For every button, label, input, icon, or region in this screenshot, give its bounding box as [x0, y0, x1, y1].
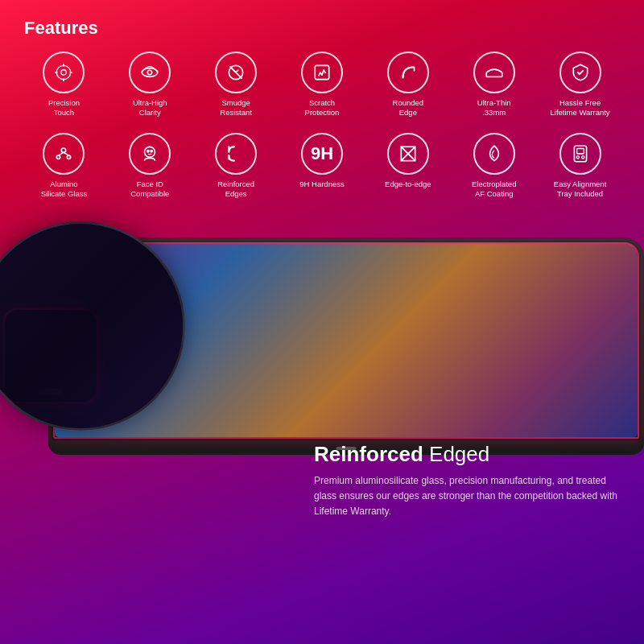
svg-point-9	[57, 155, 60, 159]
reinforced-edges-label: ReinforcedEdges	[217, 180, 254, 200]
svg-rect-4	[315, 65, 328, 79]
svg-line-3	[230, 66, 242, 78]
reinforced-text-section: Reinforced Edged Premium aluminosilicate…	[314, 442, 620, 520]
rounded-edge-icon	[387, 52, 429, 93]
ultra-high-clarity-icon	[129, 52, 171, 93]
precision-touch-icon	[43, 52, 85, 93]
feature-lifetime-warranty: Hassle FreeLifetime Warranty	[540, 52, 620, 118]
svg-point-14	[147, 150, 149, 151]
lifetime-warranty-label: Hassle FreeLifetime Warranty	[551, 98, 610, 118]
reinforced-desc: Premium aluminosilicate glass, precision…	[314, 473, 620, 520]
feature-9h-hardness: 9H 9H Hardness	[283, 133, 362, 200]
edge-to-edge-icon	[387, 133, 429, 175]
feature-smudge-resistant: SmudgeResistant	[196, 52, 276, 118]
precision-touch-label: PrecisionTouch	[48, 98, 80, 118]
svg-point-22	[581, 155, 584, 158]
smudge-resistant-label: SmudgeResistant	[220, 98, 252, 118]
alumino-silicate-label: AluminoSilicate Glass	[41, 180, 88, 200]
ultra-thin-label: Ultra-Thin.33mm	[477, 98, 511, 118]
svg-point-13	[145, 147, 155, 157]
circle-closeup-inner	[0, 224, 183, 428]
9h-hardness-icon: 9H	[301, 133, 343, 175]
electroplated-icon	[473, 133, 515, 175]
feature-electroplated: ElectroplatedAF Coating	[454, 133, 534, 200]
svg-line-12	[64, 152, 69, 155]
feature-rounded-edge: RoundedEdge	[368, 52, 448, 118]
scratch-protection-label: ScratchProtection	[305, 98, 340, 118]
circle-closeup	[0, 221, 185, 431]
svg-point-21	[576, 155, 579, 158]
9h-hardness-label: 9H Hardness	[299, 180, 344, 189]
face-id-label: Face IDCompatible	[130, 180, 169, 200]
feature-reinforced-edges: ReinforcedEdges	[196, 133, 276, 200]
features-title: Features	[24, 18, 620, 39]
svg-point-1	[148, 70, 152, 74]
svg-point-8	[62, 148, 66, 152]
feature-ultra-high-clarity: Ultra-HighClarity	[110, 52, 190, 118]
svg-point-15	[151, 150, 152, 151]
scratch-protection-icon	[301, 52, 343, 93]
reinforced-edges-icon	[215, 133, 257, 175]
features-grid-row1: PrecisionTouch Ultra-HighClarity SmudgeR…	[24, 52, 620, 118]
face-id-icon	[129, 133, 171, 175]
reinforced-title-normal: Edged	[423, 442, 489, 466]
feature-alumino-silicate: AluminoSilicate Glass	[24, 133, 104, 200]
reinforced-title-bold: Reinforced	[314, 442, 423, 466]
alignment-tray-label: Easy AlignmentTray Included	[554, 180, 606, 200]
svg-point-10	[68, 155, 71, 159]
edge-to-edge-label: Edge-to-edge	[385, 180, 431, 189]
feature-alignment-tray: Easy AlignmentTray Included	[540, 133, 620, 200]
page-wrapper: Features PrecisionTouch Ultra-HighClarit…	[0, 0, 644, 644]
features-section: Features PrecisionTouch Ultra-HighClarit…	[0, 0, 644, 221]
rounded-edge-label: RoundedEdge	[393, 98, 424, 118]
feature-face-id: Face IDCompatible	[110, 133, 190, 200]
feature-ultra-thin: Ultra-Thin.33mm	[454, 52, 534, 118]
ultra-thin-icon	[473, 52, 515, 93]
feature-precision-touch: PrecisionTouch	[24, 52, 104, 118]
ultra-high-clarity-label: Ultra-HighClarity	[133, 98, 167, 118]
feature-scratch-protection: ScratchProtection	[283, 52, 362, 118]
features-grid-row2: AluminoSilicate Glass Face IDCompatible …	[24, 133, 620, 200]
alignment-tray-icon	[559, 133, 601, 175]
svg-rect-20	[576, 148, 584, 154]
svg-line-11	[59, 152, 64, 155]
alumino-silicate-icon	[43, 133, 85, 175]
reinforced-title: Reinforced Edged	[314, 442, 620, 467]
phone-section: Reinforced Edged Premium aluminosilicate…	[0, 229, 644, 535]
feature-edge-to-edge: Edge-to-edge	[368, 133, 448, 200]
lifetime-warranty-icon	[559, 52, 601, 93]
electroplated-label: ElectroplatedAF Coating	[472, 180, 516, 200]
smudge-resistant-icon	[215, 52, 257, 93]
